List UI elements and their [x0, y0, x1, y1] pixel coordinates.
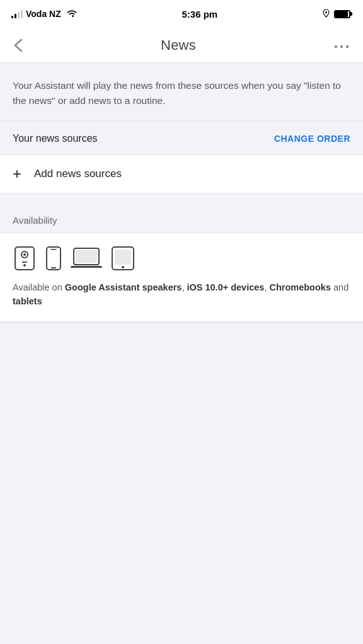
battery-indicator	[334, 10, 352, 18]
status-left: Voda NZ	[11, 9, 78, 20]
svg-rect-14	[71, 266, 102, 268]
speaker-icon	[13, 246, 37, 273]
signal-bars	[11, 9, 23, 18]
status-bar: Voda NZ 5:36 pm	[0, 0, 363, 28]
svg-point-3	[346, 45, 349, 48]
more-menu-button[interactable]	[330, 34, 353, 56]
bottom-area	[0, 323, 363, 449]
carrier-name: Voda NZ	[26, 9, 61, 19]
svg-rect-13	[76, 250, 97, 263]
svg-rect-17	[115, 250, 131, 265]
svg-point-16	[122, 266, 124, 268]
back-button[interactable]	[10, 35, 26, 56]
status-time: 5:36 pm	[182, 9, 218, 20]
availability-label: Availability	[13, 215, 57, 226]
add-icon: +	[13, 166, 21, 181]
bold-chromebooks: Chromebooks	[269, 282, 331, 292]
nav-header: News	[0, 28, 363, 63]
description-section: Your Assistant will play the news from t…	[0, 63, 363, 121]
signal-bar-2	[14, 14, 16, 18]
bold-ios: iOS 10.0+ devices	[187, 282, 264, 292]
svg-rect-9	[47, 247, 60, 270]
location-icon	[322, 9, 330, 20]
svg-point-2	[340, 45, 343, 48]
section-gap	[0, 193, 363, 206]
devices-section: Available on Google Assistant speakers, …	[0, 233, 363, 322]
add-sources-label: Add news sources	[34, 168, 122, 180]
availability-section: Availability	[0, 206, 363, 233]
description-text: Your Assistant will play the news from t…	[13, 78, 350, 108]
svg-rect-7	[22, 262, 27, 263]
laptop-icon	[71, 246, 102, 273]
phone-icon	[45, 246, 62, 273]
signal-bar-4	[21, 10, 23, 18]
svg-point-1	[335, 45, 337, 48]
svg-point-6	[23, 253, 26, 256]
news-sources-row: Your news sources CHANGE ORDER	[0, 121, 363, 154]
signal-bar-3	[18, 12, 20, 18]
wifi-icon	[66, 9, 78, 20]
device-icons-row	[13, 246, 350, 273]
status-right	[322, 9, 352, 20]
svg-rect-11	[50, 249, 57, 250]
bold-speakers: Google Assistant speakers	[65, 282, 182, 292]
bold-tablets: tablets	[13, 296, 42, 306]
svg-point-0	[325, 11, 327, 13]
news-sources-label: Your news sources	[13, 133, 98, 144]
svg-point-8	[23, 264, 26, 267]
availability-text: Available on Google Assistant speakers, …	[13, 281, 350, 309]
change-order-button[interactable]: CHANGE ORDER	[274, 134, 350, 144]
page-title: News	[161, 37, 196, 54]
svg-rect-10	[51, 267, 56, 268]
signal-bar-1	[11, 16, 13, 18]
tablet-icon	[111, 246, 135, 273]
add-news-sources-row[interactable]: + Add news sources	[0, 155, 363, 193]
